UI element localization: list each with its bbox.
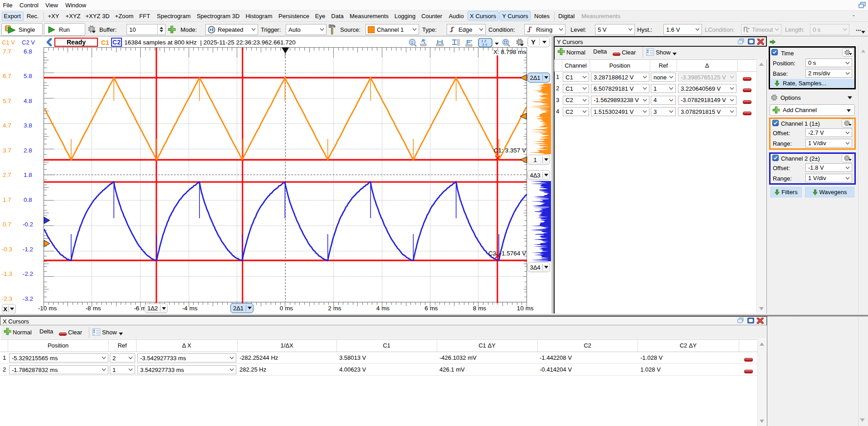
svg-text:3 4: 3 4 <box>482 43 488 47</box>
svg-text:1: 1 <box>411 40 413 45</box>
